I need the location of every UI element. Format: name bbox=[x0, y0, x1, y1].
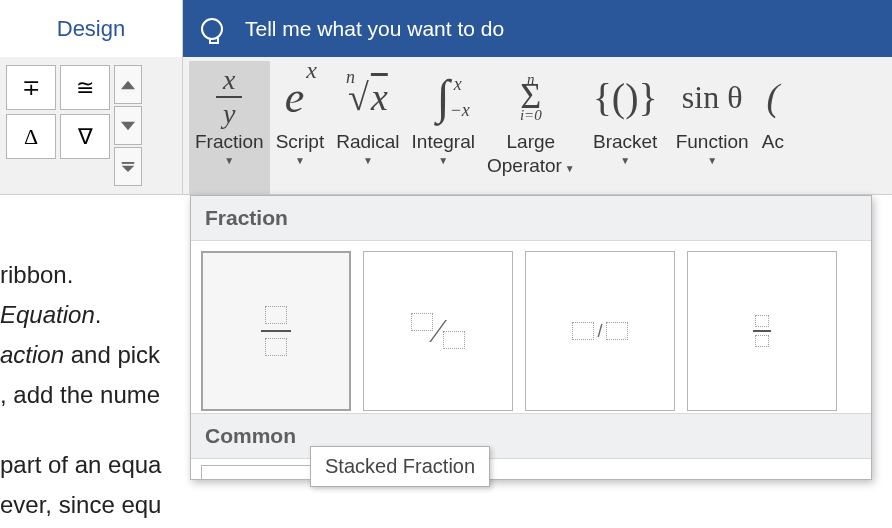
symbols-scroll-up[interactable] bbox=[114, 65, 142, 104]
symbol-minus-plus[interactable]: ∓ bbox=[6, 65, 56, 110]
radical-label: Radical bbox=[336, 131, 399, 153]
tab-design[interactable]: Design bbox=[0, 0, 183, 57]
accent-label: Ac bbox=[762, 131, 784, 153]
tooltip-stacked-fraction: Stacked Fraction bbox=[310, 446, 490, 487]
script-button[interactable]: ex Script ▼ bbox=[270, 61, 331, 194]
function-icon: sin θ bbox=[676, 65, 749, 129]
large-operator-label: Large bbox=[507, 131, 556, 153]
accent-icon: ( bbox=[761, 65, 786, 129]
symbol-nabla[interactable]: ∇ bbox=[60, 114, 110, 159]
dropdown-arrow-icon: ▼ bbox=[224, 155, 234, 171]
integral-icon: ∫x−x bbox=[431, 65, 456, 129]
lightbulb-icon bbox=[201, 18, 223, 40]
dropdown-arrow-icon: ▼ bbox=[620, 155, 630, 171]
doc-line: Equation. bbox=[0, 295, 161, 335]
large-operator-icon: n Σ i=0 bbox=[514, 65, 548, 129]
doc-line: , add the nume bbox=[0, 375, 161, 415]
doc-line: action and pick bbox=[0, 335, 161, 375]
fraction-icon: x y bbox=[210, 65, 248, 129]
tab-design-label: Design bbox=[57, 16, 125, 42]
doc-line: part of an equa bbox=[0, 445, 161, 485]
radical-button[interactable]: n√x Radical ▼ bbox=[330, 61, 405, 194]
structures-group: x y Fraction ▼ ex Script ▼ n√x Radical ▼ bbox=[183, 57, 785, 194]
tell-me-placeholder: Tell me what you want to do bbox=[245, 17, 504, 41]
symbols-group: ∓ ≅ Δ ∇ bbox=[0, 57, 183, 194]
large-operator-button[interactable]: n Σ i=0 Large Operator ▼ bbox=[481, 61, 581, 194]
fraction-small-tile[interactable] bbox=[687, 251, 837, 411]
function-label: Function bbox=[676, 131, 749, 153]
tell-me-bar[interactable]: Tell me what you want to do bbox=[183, 0, 892, 57]
bracket-icon: {()} bbox=[587, 65, 664, 129]
symbol-congruent[interactable]: ≅ bbox=[60, 65, 110, 110]
fraction-stacked-tile[interactable] bbox=[201, 251, 351, 411]
fraction-dropdown-panel: Fraction ∕ / bbox=[190, 195, 872, 480]
integral-label: Integral bbox=[412, 131, 475, 153]
fraction-button[interactable]: x y Fraction ▼ bbox=[189, 61, 270, 194]
dropdown-arrow-icon: Operator ▼ bbox=[487, 155, 575, 171]
dropdown-arrow-icon: ▼ bbox=[707, 155, 717, 171]
bracket-label: Bracket bbox=[593, 131, 657, 153]
dropdown-arrow-icon: ▼ bbox=[363, 155, 373, 171]
panel-header-common: Common bbox=[191, 413, 871, 459]
panel-header-fraction: Fraction bbox=[191, 196, 871, 241]
symbols-scroll-down[interactable] bbox=[114, 106, 142, 145]
document-body: ribbon. Equation. action and pick , add … bbox=[0, 255, 161, 525]
doc-line: ever, since equ bbox=[0, 485, 161, 525]
doc-line: ribbon. bbox=[0, 255, 161, 295]
svg-rect-0 bbox=[122, 162, 135, 164]
script-icon: ex bbox=[279, 65, 321, 129]
accent-button[interactable]: ( Ac bbox=[755, 61, 786, 194]
function-button[interactable]: sin θ Function ▼ bbox=[670, 61, 755, 194]
dropdown-arrow-icon: ▼ bbox=[438, 155, 448, 171]
radical-icon: n√x bbox=[342, 65, 394, 129]
fraction-linear-tile[interactable]: / bbox=[525, 251, 675, 411]
symbols-more[interactable] bbox=[114, 147, 142, 186]
script-label: Script bbox=[276, 131, 325, 153]
fraction-skewed-tile[interactable]: ∕ bbox=[363, 251, 513, 411]
dropdown-arrow-icon: ▼ bbox=[295, 155, 305, 171]
integral-button[interactable]: ∫x−x Integral ▼ bbox=[406, 61, 481, 194]
bracket-button[interactable]: {()} Bracket ▼ bbox=[581, 61, 670, 194]
fraction-label: Fraction bbox=[195, 131, 264, 153]
symbol-delta[interactable]: Δ bbox=[6, 114, 56, 159]
